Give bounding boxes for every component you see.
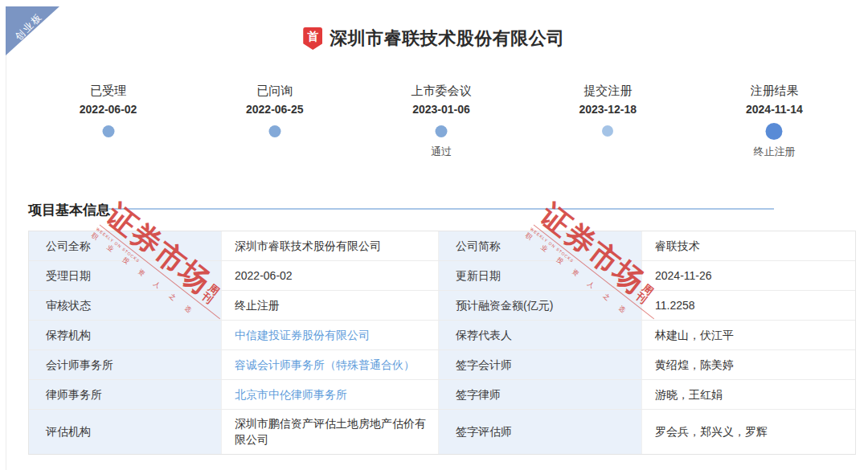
row-label-right: 更新日期 (439, 261, 642, 290)
timeline-step-date: 2022-06-25 (191, 103, 358, 116)
timeline-step-status: 终止注册 (691, 145, 858, 159)
row-value-right: 睿联技术 (642, 231, 855, 260)
timeline-step: 已受理 2022-06-02 (25, 84, 191, 116)
row-value-right: 2024-11-26 (642, 261, 855, 290)
timeline-step-dot (268, 125, 280, 137)
row-value-left: 2022-06-02 (222, 261, 439, 290)
page-left-border (6, 6, 6, 470)
row-label-right: 签字评估师 (439, 410, 642, 454)
table-row: 保荐机构 中信建投证券股份有限公司 保荐代表人 林建山，伏江平 (29, 321, 855, 350)
timeline-step-status: 通过 (358, 145, 524, 159)
row-label-right: 预计融资金额(亿元) (439, 291, 642, 320)
review-timeline: 已受理 2022-06-02 已问询 2022-06-25 上市委会议 2023… (25, 84, 858, 164)
timeline-step-dot (102, 125, 114, 137)
row-value-left: 终止注册 (222, 291, 439, 320)
row-value-left: 深圳市睿联技术股份有限公司 (222, 231, 439, 260)
timeline-step-name: 已受理 (25, 84, 191, 99)
timeline-step-date: 2023-12-18 (525, 103, 691, 116)
row-label-right: 保荐代表人 (439, 321, 642, 349)
timeline-step-dot (436, 125, 448, 137)
table-row: 公司全称 深圳市睿联技术股份有限公司 公司简称 睿联技术 (29, 231, 855, 261)
timeline-step-date: 2024-11-14 (691, 103, 858, 116)
timeline-step-name: 上市委会议 (358, 84, 524, 99)
table-row: 评估机构 深圳市鹏信资产评估土地房地产估价有限公司 签字评估师 罗会兵，郑兴义，… (29, 410, 855, 454)
table-row: 会计师事务所 容诚会计师事务所（特殊普通合伙） 签字会计师 黄绍煌，陈美婷 (29, 350, 855, 380)
row-value-link[interactable]: 中信建投证券股份有限公司 (222, 321, 439, 349)
timeline-step-name: 注册结果 (691, 84, 858, 99)
row-value-right: 游晓，王红娟 (642, 380, 855, 409)
timeline-line (108, 208, 774, 210)
row-label-left: 评估机构 (29, 410, 222, 454)
timeline-step-name: 已问询 (191, 84, 358, 99)
page-header: 首 深圳市睿联技术股份有限公司 (0, 27, 868, 51)
timeline-steps: 已受理 2022-06-02 已问询 2022-06-25 上市委会议 2023… (25, 84, 858, 116)
timeline-step-dot (766, 123, 783, 140)
row-value-left: 深圳市鹏信资产评估土地房地产估价有限公司 (222, 410, 439, 454)
section-title: 项目基本信息 (28, 201, 110, 219)
timeline-step-dot (602, 125, 613, 137)
timeline-step-date: 2022-06-02 (25, 103, 191, 116)
timeline-step: 提交注册 2023-12-18 (525, 84, 691, 116)
timeline-step-name: 提交注册 (525, 84, 691, 99)
row-label-left: 公司全称 (29, 231, 222, 260)
row-label-left: 保荐机构 (29, 321, 222, 349)
table-row: 律师事务所 北京市中伦律师事务所 签字律师 游晓，王红娟 (29, 380, 855, 410)
timeline-step: 注册结果 2024-11-14 终止注册 (691, 84, 858, 116)
ipo-project-page: 创业板 首 深圳市睿联技术股份有限公司 已受理 2022-06-02 已问询 2… (0, 0, 868, 470)
row-label-right: 签字律师 (439, 380, 642, 409)
timeline-step: 上市委会议 2023-01-06 通过 (358, 84, 524, 116)
timeline-step-date: 2023-01-06 (358, 103, 524, 116)
row-label-left: 会计师事务所 (29, 350, 222, 379)
table-row: 受理日期 2022-06-02 更新日期 2024-11-26 (29, 261, 855, 291)
row-label-left: 律师事务所 (29, 380, 222, 409)
timeline-step: 已问询 2022-06-25 (191, 84, 358, 116)
row-value-right: 黄绍煌，陈美婷 (642, 350, 855, 379)
row-value-right: 林建山，伏江平 (642, 321, 855, 349)
row-label-right: 公司简称 (439, 231, 642, 260)
row-label-left: 受理日期 (29, 261, 222, 290)
row-value-link[interactable]: 容诚会计师事务所（特殊普通合伙） (222, 350, 439, 379)
row-value-right: 11.2258 (642, 291, 855, 320)
row-label-right: 签字会计师 (439, 350, 642, 379)
company-title: 深圳市睿联技术股份有限公司 (330, 27, 565, 51)
table-row: 审核状态 终止注册 预计融资金额(亿元) 11.2258 (29, 291, 855, 321)
row-label-left: 审核状态 (29, 291, 222, 320)
row-value-right: 罗会兵，郑兴义，罗辉 (642, 410, 855, 454)
row-value-link[interactable]: 北京市中伦律师事务所 (222, 380, 439, 409)
project-info-table: 公司全称 深圳市睿联技术股份有限公司 公司简称 睿联技术 受理日期 2022-0… (28, 231, 856, 455)
ipo-badge-icon: 首 (303, 27, 322, 50)
